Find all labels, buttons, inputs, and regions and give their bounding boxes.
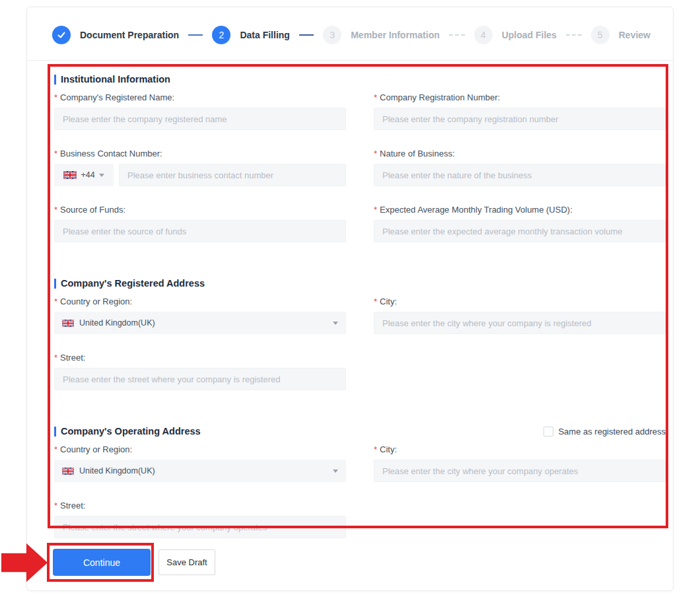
checkbox-unchecked[interactable] — [543, 427, 553, 437]
required-asterisk: * — [374, 297, 377, 306]
step-4-circle: 4 — [474, 26, 493, 44]
business-contact-input[interactable] — [119, 164, 346, 186]
field-label: Country or Region: — [60, 444, 132, 454]
op-city-input[interactable] — [374, 460, 666, 482]
step-connector — [188, 34, 203, 36]
op-country-value: United Kingdom(UK) — [79, 466, 333, 475]
section-accent-bar — [54, 75, 56, 85]
required-asterisk: * — [54, 444, 57, 454]
section-registered-address: Company's Registered Address — [54, 278, 666, 289]
field-label: Street: — [60, 501, 85, 510]
step-5-circle: 5 — [591, 26, 610, 44]
required-asterisk: * — [54, 297, 57, 306]
field-trading-volume: *Expected Average Monthly Trading Volume… — [374, 205, 666, 242]
section-title: Company's Operating Address — [61, 426, 201, 437]
step-connector — [449, 34, 465, 36]
reg-street-input[interactable] — [54, 368, 346, 390]
field-op-city: *City: — [374, 444, 666, 482]
field-reg-street: *Street: — [54, 353, 346, 390]
step-document-preparation: Document Preparation — [52, 26, 179, 44]
field-op-street: *Street: — [54, 501, 346, 538]
field-label: Company's Registered Name: — [60, 92, 174, 102]
reg-city-input[interactable] — [374, 312, 666, 334]
form-area: Institutional Information *Company's Reg… — [54, 74, 666, 557]
required-asterisk: * — [54, 92, 57, 102]
registration-number-input[interactable] — [374, 108, 666, 130]
registered-name-input[interactable] — [54, 108, 346, 130]
uk-flag-icon — [63, 171, 77, 179]
field-label: Business Contact Number: — [60, 149, 162, 158]
chevron-down-icon — [333, 322, 338, 325]
step-2-label: Data Filling — [240, 30, 289, 40]
field-source-of-funds: *Source of Funds: — [54, 205, 346, 242]
field-label: City: — [380, 297, 397, 306]
required-asterisk: * — [374, 149, 377, 158]
dial-code-select[interactable]: +44 — [54, 164, 114, 186]
field-reg-country: *Country or Region: United Kingdom(UK) — [54, 297, 346, 334]
chevron-down-icon — [333, 470, 338, 473]
field-label: Company Registration Number: — [380, 92, 500, 102]
save-draft-button[interactable]: Save Draft — [158, 549, 215, 575]
same-as-registered-checkbox-row[interactable]: Same as registered address — [543, 427, 666, 437]
reg-country-select[interactable]: United Kingdom(UK) — [54, 312, 346, 334]
source-of-funds-input[interactable] — [54, 220, 346, 242]
chevron-down-icon — [99, 174, 104, 177]
op-street-input[interactable] — [54, 516, 346, 538]
section-operating-address: Company's Operating Address — [54, 426, 201, 437]
section-accent-bar — [54, 279, 56, 289]
required-asterisk: * — [54, 353, 57, 363]
field-label: Street: — [60, 353, 85, 363]
section-accent-bar — [54, 427, 56, 437]
field-reg-city: *City: — [374, 297, 666, 334]
kyc-registration-page: Document Preparation 2 Data Filling 3 Me… — [0, 0, 700, 595]
step-3-circle: 3 — [323, 26, 341, 44]
required-asterisk: * — [374, 444, 377, 454]
step-5-label: Review — [619, 30, 650, 40]
op-country-select[interactable]: United Kingdom(UK) — [54, 460, 346, 482]
step-data-filling: 2 Data Filling — [212, 26, 289, 44]
field-registered-name: *Company's Registered Name: — [54, 92, 346, 130]
field-nature-of-business: *Nature of Business: — [374, 149, 666, 186]
stepper-divider — [27, 60, 673, 61]
section-title: Institutional Information — [61, 74, 170, 85]
required-asterisk: * — [54, 501, 57, 510]
field-label: City: — [380, 444, 397, 454]
reg-country-value: United Kingdom(UK) — [79, 318, 333, 328]
field-label: Nature of Business: — [380, 149, 454, 158]
uk-flag-icon — [62, 468, 74, 475]
step-1-circle — [52, 26, 71, 44]
field-label: Source of Funds: — [60, 205, 125, 215]
step-review: 5 Review — [591, 26, 650, 44]
section-institutional-information: Institutional Information — [54, 74, 666, 85]
field-op-country: *Country or Region: United Kingdom(UK) — [54, 444, 346, 482]
nature-of-business-input[interactable] — [374, 164, 666, 186]
field-registration-number: *Company Registration Number: — [374, 92, 666, 130]
required-asterisk: * — [54, 149, 57, 158]
step-connector — [299, 34, 314, 36]
step-3-label: Member Information — [351, 30, 440, 40]
checkbox-label: Same as registered address — [558, 427, 666, 437]
required-asterisk: * — [374, 92, 377, 102]
step-upload-files: 4 Upload Files — [474, 26, 557, 44]
uk-flag-icon — [62, 320, 74, 327]
field-label: Expected Average Monthly Trading Volume … — [380, 205, 573, 215]
step-member-information: 3 Member Information — [323, 26, 440, 44]
continue-button[interactable]: Continue — [53, 549, 151, 576]
required-asterisk: * — [54, 205, 57, 215]
check-icon — [57, 30, 66, 40]
step-4-label: Upload Files — [502, 30, 557, 40]
field-label: Country or Region: — [60, 297, 132, 306]
section-title: Company's Registered Address — [61, 278, 205, 289]
section-operating-address-header: Company's Operating Address Same as regi… — [54, 426, 666, 437]
step-connector — [566, 34, 582, 36]
trading-volume-input[interactable] — [374, 220, 666, 242]
progress-stepper: Document Preparation 2 Data Filling 3 Me… — [27, 7, 673, 60]
step-1-label: Document Preparation — [80, 30, 179, 40]
step-2-circle: 2 — [212, 26, 230, 44]
dial-code-value: +44 — [81, 170, 94, 180]
required-asterisk: * — [374, 205, 377, 215]
field-business-contact: *Business Contact Number: +44 — [54, 149, 346, 186]
